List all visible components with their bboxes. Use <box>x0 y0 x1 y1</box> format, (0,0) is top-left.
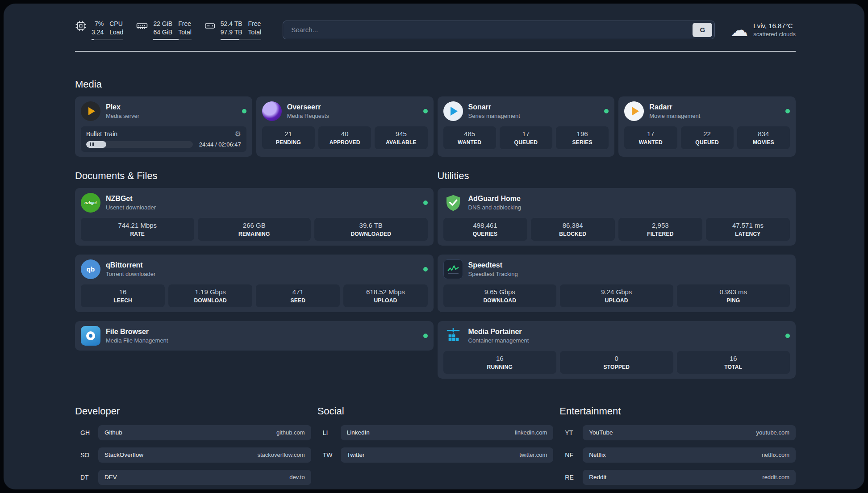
section-title-entertainment: Entertainment <box>559 405 796 417</box>
status-dot <box>423 201 428 205</box>
cpu-percent: 7% <box>95 20 104 28</box>
stat-block: 17 QUEUED <box>500 126 552 149</box>
sonarr-icon <box>443 101 463 121</box>
bookmark-abbr: YT <box>559 429 583 436</box>
status-dot <box>785 109 790 113</box>
section-title-documents: Documents & Files <box>75 170 434 182</box>
service-desc: Usenet downloader <box>106 204 156 211</box>
topbar: 7% 3.24 CPU Load <box>75 20 796 40</box>
stat-block: 16 TOTAL <box>677 351 790 374</box>
service-name: Media Portainer <box>468 328 529 336</box>
disk-total: 97.9 TB <box>221 28 242 37</box>
service-name: Overseerr <box>287 103 329 111</box>
service-card-portainer[interactable]: Media Portainer Container management 16 … <box>438 321 796 379</box>
memory-free-label: Free <box>178 20 192 28</box>
stat-block: 16 RUNNING <box>443 351 557 374</box>
service-card-speedtest[interactable]: Speedtest Speedtest Tracking 9.65 Gbps D… <box>438 255 796 312</box>
memory-total-label: Total <box>178 28 192 37</box>
stat-block: 2,953 FILTERED <box>618 218 702 241</box>
disk-free-label: Free <box>248 20 262 28</box>
service-desc: Torrent downloader <box>106 271 155 277</box>
pause-icon[interactable] <box>90 142 94 146</box>
bookmark-link-dev[interactable]: DEV dev.to <box>98 470 311 485</box>
section-utilities: Utilities AdGuard Home DNS and adblockin… <box>438 170 796 379</box>
bookmarks-entertainment: Entertainment YT YouTube youtube.com NF … <box>559 405 796 489</box>
stat-block: 266 GB REMAINING <box>198 218 311 241</box>
bookmark-row: SO StackOverflow stackoverflow.com <box>75 447 311 463</box>
stat-block: 834 MOVIES <box>737 126 790 149</box>
service-desc: Series management <box>468 113 520 119</box>
bookmark-row: DT DEV dev.to <box>75 470 311 485</box>
cpu-icon <box>75 20 87 32</box>
filebrowser-icon <box>81 326 100 346</box>
section-title-media: Media <box>75 79 796 90</box>
service-card-nzbget[interactable]: nzbget NZBGet Usenet downloader 744.21 M… <box>75 188 434 246</box>
portainer-crane-icon <box>443 326 463 346</box>
bookmark-row: TW Twitter twitter.com <box>317 447 554 463</box>
now-playing-widget: Bullet Train ⚙ 24:44 / 02:06:47 <box>81 126 246 152</box>
cpu-label: CPU <box>109 20 123 28</box>
status-dot <box>242 109 246 113</box>
service-card-qbittorrent[interactable]: qb qBittorrent Torrent downloader 16 LEE… <box>75 255 434 312</box>
stat-block: 1.19 Gbps DOWNLOAD <box>168 284 252 307</box>
memory-usage-fill <box>153 39 178 40</box>
disk-total-label: Total <box>248 28 262 37</box>
service-card-sonarr[interactable]: Sonarr Series management 485 WANTED 17 Q… <box>438 96 615 157</box>
search-input[interactable] <box>290 25 693 34</box>
bookmark-link-github[interactable]: Github github.com <box>98 425 311 440</box>
disk-icon <box>204 20 216 32</box>
search-provider-button[interactable]: G <box>693 23 712 37</box>
service-desc: Media server <box>106 113 139 119</box>
playback-progress-fill <box>86 141 106 148</box>
service-card-adguard[interactable]: AdGuard Home DNS and adblocking 498,461 … <box>438 188 796 246</box>
service-name: Plex <box>106 103 139 111</box>
bookmark-row: YT YouTube youtube.com <box>559 425 796 440</box>
status-dot <box>785 334 790 338</box>
bookmark-link-stackoverflow[interactable]: StackOverflow stackoverflow.com <box>98 447 311 463</box>
cpu-load-label: Load <box>109 28 123 37</box>
bookmark-abbr: SO <box>75 451 98 459</box>
cpu-load: 3.24 <box>92 28 104 37</box>
playback-progress-bar[interactable] <box>86 141 193 148</box>
service-card-overseerr[interactable]: Overseerr Media Requests 21 PENDING 40 A… <box>256 96 434 157</box>
stat-block: 618.52 Mbps UPLOAD <box>343 284 427 307</box>
service-card-plex[interactable]: Plex Media server Bullet Train ⚙ <box>75 96 252 157</box>
now-playing-title: Bullet Train <box>86 130 117 138</box>
stat-block: 39.6 TB DOWNLOADED <box>314 218 428 241</box>
service-desc: Movie management <box>649 113 700 119</box>
bookmark-link-reddit[interactable]: Reddit reddit.com <box>583 470 796 485</box>
service-name: NZBGet <box>106 195 156 203</box>
section-documents: Documents & Files nzbget NZBGet Usenet d… <box>75 170 434 379</box>
service-name: AdGuard Home <box>468 195 522 203</box>
bookmark-link-netflix[interactable]: Netflix netflix.com <box>583 447 796 463</box>
search-bar[interactable]: G <box>283 21 715 39</box>
memory-total: 64 GiB <box>153 28 172 37</box>
service-desc: Media Requests <box>287 113 329 119</box>
memory-icon <box>136 20 148 32</box>
service-card-filebrowser[interactable]: File Browser Media File Management <box>75 321 434 351</box>
service-card-radarr[interactable]: Radarr Movie management 17 WANTED 22 QUE… <box>618 96 796 157</box>
overseerr-icon <box>262 101 282 121</box>
cpu-usage-bar <box>92 39 123 40</box>
gear-icon[interactable]: ⚙ <box>234 130 241 138</box>
stat-block: 21 PENDING <box>262 126 315 149</box>
radarr-icon <box>624 101 644 121</box>
status-dot <box>423 267 428 272</box>
bookmark-link-linkedin[interactable]: LinkedIn linkedin.com <box>341 425 554 440</box>
bookmark-abbr: TW <box>317 451 341 459</box>
section-title-social: Social <box>317 405 554 417</box>
weather-widget: ☁ Lviv, 16.87°C scattered clouds <box>730 22 796 38</box>
topbar-divider <box>75 51 796 52</box>
disk-usage-fill <box>221 39 239 40</box>
window-frame: 7% 3.24 CPU Load <box>0 0 868 493</box>
bookmark-row: RE Reddit reddit.com <box>559 470 796 485</box>
bookmark-link-youtube[interactable]: YouTube youtube.com <box>583 425 796 440</box>
stat-block: 86,384 BLOCKED <box>531 218 615 241</box>
stat-block: 0 STOPPED <box>560 351 673 374</box>
nzbget-icon: nzbget <box>81 193 100 213</box>
bookmark-link-twitter[interactable]: Twitter twitter.com <box>341 447 554 463</box>
service-desc: Container management <box>468 337 529 344</box>
bookmark-row: GH Github github.com <box>75 425 311 440</box>
bookmarks-developer: Developer GH Github github.com SO StackO… <box>75 405 311 489</box>
bookmark-abbr: DT <box>75 474 98 481</box>
